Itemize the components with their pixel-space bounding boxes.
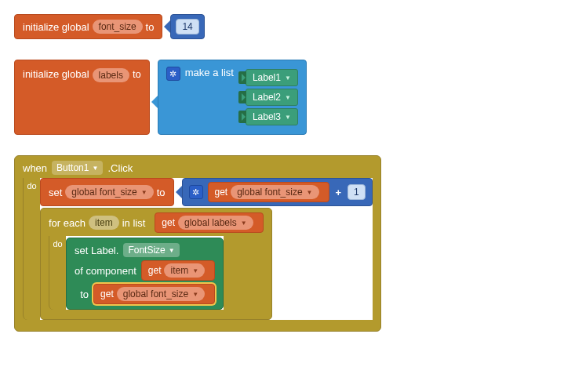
label-text: Label2 — [253, 92, 281, 103]
list-item[interactable]: Label2▼ — [238, 89, 298, 106]
add-expression[interactable]: ✲ get global font_size ▼ + 1 — [182, 178, 373, 206]
init-labels-block[interactable]: initialize global labels to ✲ make a lis… — [14, 60, 550, 135]
var-dropdown[interactable]: global font_size ▼ — [65, 185, 153, 199]
for-each-block[interactable]: for each item in list get global labels … — [40, 208, 272, 320]
chevron-down-icon: ▼ — [307, 189, 313, 196]
kw-get: get — [100, 289, 114, 299]
get-global-fontsize-highlighted[interactable]: get global font_size ▼ — [93, 284, 215, 304]
do-arm: do — [23, 178, 40, 320]
plug-icon — [238, 111, 246, 123]
list-item[interactable]: Label3▼ — [238, 108, 298, 125]
var-name: global font_size — [123, 289, 188, 299]
kw-get: get — [148, 265, 162, 276]
init-global-labels[interactable]: initialize global labels to — [14, 60, 150, 135]
kw-initialize-global: initialize global — [23, 68, 89, 80]
kw-to: to — [133, 68, 141, 80]
property-dropdown[interactable]: FontSize ▼ — [123, 243, 179, 257]
chevron-down-icon: ▼ — [192, 267, 198, 274]
kw-do: do — [53, 239, 62, 249]
do-arm: do — [49, 236, 66, 310]
var-name-labels: labels — [93, 68, 129, 82]
when-click-block[interactable]: when Button1 ▼ .Click do set global font… — [14, 155, 381, 332]
set-fontsize-row[interactable]: set global font_size ▼ to ✲ get — [40, 178, 373, 206]
chevron-down-icon: ▼ — [285, 114, 291, 121]
component-name: Button1 — [56, 162, 89, 173]
number-1: 1 — [347, 184, 366, 200]
chevron-down-icon: ▼ — [285, 74, 291, 82]
var-name-fontsize: font_size — [93, 20, 143, 34]
kw-of-component: of component — [75, 265, 136, 277]
chevron-down-icon: ▼ — [241, 220, 247, 227]
chevron-down-icon: ▼ — [141, 189, 147, 196]
kw-set-label: set Label. — [75, 245, 118, 256]
chevron-down-icon: ▼ — [169, 247, 175, 254]
label-dropdown[interactable]: Label2▼ — [246, 89, 298, 106]
set-global-fontsize[interactable]: set global font_size ▼ to — [40, 178, 174, 206]
chevron-down-icon: ▼ — [285, 94, 291, 101]
kw-to: to — [157, 187, 166, 198]
var-dropdown[interactable]: global font_size ▼ — [117, 287, 205, 301]
var-name: global labels — [184, 217, 237, 228]
set-label-fontsize-block[interactable]: set Label. FontSize ▼ of component — [66, 238, 224, 310]
chevron-down-icon: ▼ — [192, 291, 198, 298]
get-item[interactable]: get item ▼ — [141, 260, 215, 281]
label-dropdown[interactable]: Label3▼ — [246, 108, 298, 125]
list-items: Label1▼ Label2▼ Label3▼ — [238, 67, 298, 128]
connector-notch — [162, 20, 170, 33]
var-name: global font_size — [71, 187, 136, 198]
kw-initialize-global: initialize global — [23, 21, 89, 33]
get-global-labels[interactable]: get global labels ▼ — [155, 212, 263, 233]
kw-in-list: in list — [122, 217, 146, 229]
kw-when: when — [23, 162, 47, 174]
var-name: item — [170, 265, 188, 276]
kw-get: get — [162, 217, 175, 228]
init-font-size-block[interactable]: initialize global font_size to 14 — [14, 14, 550, 39]
var-dropdown[interactable]: global labels ▼ — [178, 216, 253, 230]
list-item[interactable]: Label1▼ — [238, 69, 298, 86]
kw-set: set — [49, 187, 62, 198]
value-socket[interactable]: 14 — [170, 14, 204, 39]
event-name: .Click — [107, 162, 133, 174]
init-global-fontsize[interactable]: initialize global font_size to — [14, 14, 162, 39]
connector-notch — [174, 186, 182, 198]
chevron-down-icon: ▼ — [92, 165, 98, 172]
var-dropdown[interactable]: global font_size ▼ — [231, 185, 318, 199]
gear-icon[interactable]: ✲ — [189, 185, 203, 199]
var-dropdown[interactable]: item ▼ — [164, 263, 205, 278]
label-dropdown[interactable]: Label1▼ — [246, 69, 298, 86]
component-dropdown[interactable]: Button1 ▼ — [52, 161, 103, 175]
loop-var-item: item — [89, 216, 119, 230]
kw-to: to — [80, 289, 89, 300]
label-text: Label3 — [253, 111, 281, 122]
property-name: FontSize — [128, 245, 165, 256]
kw-for-each: for each — [49, 217, 86, 229]
gear-icon[interactable]: ✲ — [166, 67, 180, 81]
var-name: global font_size — [237, 187, 302, 198]
kw-do: do — [27, 181, 36, 191]
plug-icon — [238, 71, 246, 84]
kw-make-a-list: make a list — [185, 67, 234, 78]
get-global-fontsize[interactable]: get global font_size ▼ — [208, 182, 329, 202]
connector-notch — [150, 96, 158, 108]
plug-icon — [238, 91, 246, 103]
kw-to: to — [146, 21, 155, 33]
label-text: Label1 — [253, 72, 281, 83]
event-handler[interactable]: when Button1 ▼ .Click do set global font… — [14, 155, 381, 332]
kw-get: get — [215, 187, 228, 198]
number-14: 14 — [176, 19, 198, 34]
make-a-list-block[interactable]: ✲ make a list Label1▼ Label2▼ — [158, 60, 307, 135]
plus-operator: + — [329, 187, 348, 198]
